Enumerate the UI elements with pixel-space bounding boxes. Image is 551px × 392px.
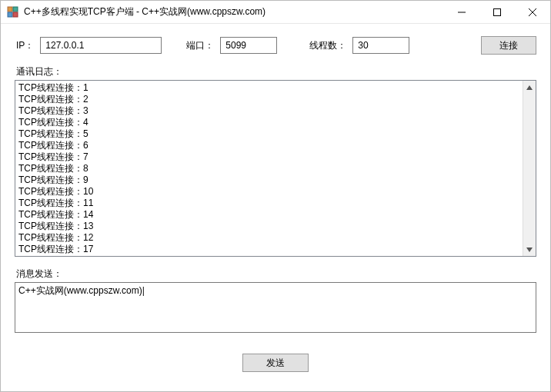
connection-row: IP： 端口： 线程数： 连接 — [15, 36, 536, 55]
ip-label: IP： — [16, 39, 34, 52]
threads-label: 线程数： — [309, 39, 346, 52]
connect-button[interactable]: 连接 — [481, 36, 536, 55]
send-row: 发送 — [15, 354, 536, 372]
port-label: 端口： — [186, 39, 214, 52]
close-button[interactable] — [515, 1, 550, 24]
scroll-up-icon[interactable] — [523, 81, 536, 94]
svg-marker-9 — [526, 247, 533, 252]
svg-rect-0 — [8, 7, 12, 12]
send-button[interactable]: 发送 — [242, 354, 309, 372]
svg-rect-5 — [494, 8, 501, 15]
svg-rect-3 — [13, 12, 18, 17]
scroll-down-icon[interactable] — [523, 243, 536, 256]
svg-marker-8 — [526, 85, 533, 90]
log-box: TCP线程连接：1 TCP线程连接：2 TCP线程连接：3 TCP线程连接：4 … — [15, 80, 536, 257]
content-area: IP： 端口： 线程数： 连接 通讯日志： TCP线程连接：1 TCP线程连接：… — [1, 24, 550, 386]
minimize-button[interactable] — [444, 1, 479, 24]
port-input[interactable] — [220, 37, 277, 54]
log-scrollbar[interactable] — [523, 81, 536, 256]
log-content[interactable]: TCP线程连接：1 TCP线程连接：2 TCP线程连接：3 TCP线程连接：4 … — [15, 81, 523, 256]
log-label: 通讯日志： — [16, 65, 536, 78]
ip-input[interactable] — [40, 37, 162, 54]
msg-label: 消息发送： — [16, 267, 536, 281]
svg-rect-1 — [13, 7, 18, 12]
titlebar: C++多线程实现TCP客户端 - C++实战网(www.cppszw.com) — [1, 1, 550, 24]
window-title: C++多线程实现TCP客户端 - C++实战网(www.cppszw.com) — [24, 5, 444, 18]
app-icon — [7, 6, 19, 18]
svg-rect-2 — [8, 12, 12, 17]
threads-input[interactable] — [352, 37, 409, 54]
maximize-button[interactable] — [479, 1, 515, 24]
message-input[interactable] — [15, 282, 536, 333]
